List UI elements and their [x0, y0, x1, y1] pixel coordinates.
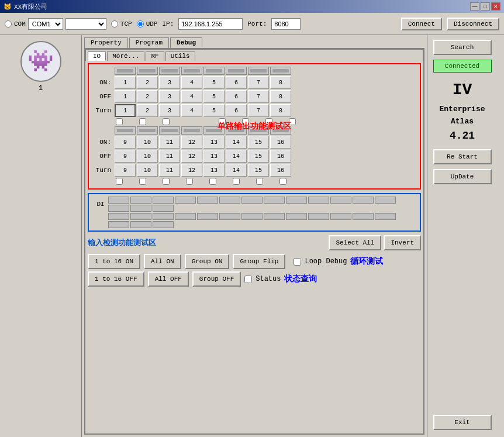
checkbox-16[interactable]	[279, 178, 286, 185]
on-btn-11[interactable]: 11	[159, 136, 180, 149]
checkbox-10[interactable]	[139, 178, 146, 185]
off-btn-16[interactable]: 16	[270, 150, 291, 163]
all-on-button[interactable]: All ON	[144, 254, 181, 269]
on-btn-10[interactable]: 10	[137, 136, 158, 149]
checkbox-3[interactable]	[163, 118, 170, 125]
checkbox-4[interactable]	[219, 118, 226, 125]
disconnect-button[interactable]: Disconnect	[447, 18, 499, 30]
on-btn-6[interactable]: 6	[226, 76, 247, 89]
checkbox-7[interactable]	[289, 118, 296, 125]
off-btn-5[interactable]: 5	[203, 90, 225, 103]
off-btn-11[interactable]: 11	[159, 150, 180, 163]
on-btn-13[interactable]: 13	[203, 136, 225, 149]
checkbox-11[interactable]	[163, 178, 170, 185]
turn-btn-5[interactable]: 5	[203, 104, 225, 117]
turn-btn-11[interactable]: 11	[159, 164, 180, 177]
checkbox-15[interactable]	[256, 178, 263, 185]
checkbox-5[interactable]	[242, 118, 249, 125]
on-btn-2[interactable]: 2	[137, 76, 158, 89]
minimize-button[interactable]: —	[470, 2, 479, 11]
on-btn-15[interactable]: 15	[248, 136, 269, 149]
1to16-on-button[interactable]: 1 to 16 ON	[88, 254, 140, 269]
off-btn-7[interactable]: 7	[248, 90, 269, 103]
com-baud-select[interactable]	[65, 18, 106, 30]
turn-btn-13[interactable]: 13	[203, 164, 225, 177]
off-btn-10[interactable]: 10	[137, 150, 158, 163]
turn-btn-10[interactable]: 10	[137, 164, 158, 177]
udp-radio[interactable]	[137, 20, 144, 27]
tcp-label: TCP	[120, 20, 132, 27]
restart-button[interactable]: Re Start	[433, 149, 492, 164]
off-btn-14[interactable]: 14	[226, 150, 247, 163]
subtab-rf[interactable]: RF	[146, 51, 164, 61]
turn-btn-1[interactable]: 1	[115, 104, 136, 117]
off-btn-1[interactable]: 1	[115, 90, 136, 103]
turn-btn-6[interactable]: 6	[226, 104, 247, 117]
invert-button[interactable]: Invert	[384, 235, 421, 250]
tab-program[interactable]: Program	[129, 37, 169, 48]
com-radio[interactable]	[5, 20, 12, 27]
update-button[interactable]: UpDate	[433, 169, 492, 184]
com-select[interactable]: COM1	[28, 18, 63, 30]
di-ind2-13	[375, 213, 396, 220]
on-btn-9[interactable]: 9	[115, 136, 136, 149]
off-btn-13[interactable]: 13	[203, 150, 225, 163]
off-btn-8[interactable]: 8	[270, 90, 291, 103]
on-btn-8[interactable]: 8	[270, 76, 291, 89]
turn-btn-4[interactable]: 4	[181, 104, 202, 117]
titlebar-controls[interactable]: — □ ✕	[470, 2, 500, 11]
checkbox-2[interactable]	[139, 118, 146, 125]
off-btn-12[interactable]: 12	[181, 150, 202, 163]
on-btn-12[interactable]: 12	[181, 136, 202, 149]
connect-button[interactable]: Connect	[401, 18, 442, 30]
exit-button[interactable]: Exit	[433, 415, 492, 430]
port-input[interactable]	[271, 18, 301, 30]
turn-btn-16[interactable]: 16	[270, 164, 291, 177]
turn-btn-7[interactable]: 7	[248, 104, 269, 117]
loop-debug-checkbox[interactable]	[294, 258, 301, 266]
checkbox-6[interactable]	[265, 118, 272, 125]
tab-property[interactable]: Property	[84, 37, 128, 48]
maximize-button[interactable]: □	[481, 2, 490, 11]
subtab-io[interactable]: IO	[88, 51, 106, 61]
group-flip-button[interactable]: Group Flip	[233, 254, 285, 269]
group-on-button[interactable]: Group ON	[185, 254, 230, 269]
ip-input[interactable]	[178, 18, 243, 30]
on-btn-14[interactable]: 14	[226, 136, 247, 149]
search-button[interactable]: Search	[433, 40, 492, 55]
turn-btn-3[interactable]: 3	[159, 104, 180, 117]
group-off-button[interactable]: Group OFF	[192, 271, 241, 287]
off-btn-15[interactable]: 15	[248, 150, 269, 163]
on-btn-4[interactable]: 4	[181, 76, 202, 89]
off-btn-6[interactable]: 6	[226, 90, 247, 103]
checkbox-1[interactable]	[116, 118, 123, 125]
turn-btn-12[interactable]: 12	[181, 164, 202, 177]
checkbox-9[interactable]	[116, 178, 123, 185]
tab-debug[interactable]: Debug	[170, 37, 202, 48]
1to16-off-button[interactable]: 1 to 16 OFF	[88, 271, 144, 287]
checkbox-13[interactable]	[209, 178, 216, 185]
off-btn-9[interactable]: 9	[115, 150, 136, 163]
off-btn-3[interactable]: 3	[159, 90, 180, 103]
close-button[interactable]: ✕	[491, 2, 500, 11]
tcp-radio[interactable]	[111, 20, 118, 27]
status-checkbox[interactable]	[244, 276, 252, 283]
checkbox-12[interactable]	[186, 178, 193, 185]
turn-btn-15[interactable]: 15	[248, 164, 269, 177]
turn-btn-8[interactable]: 8	[270, 104, 291, 117]
off-btn-4[interactable]: 4	[181, 90, 202, 103]
select-all-button[interactable]: Select All	[329, 235, 381, 250]
turn-btn-2[interactable]: 2	[137, 104, 158, 117]
on-btn-16[interactable]: 16	[270, 136, 291, 149]
on-btn-5[interactable]: 5	[203, 76, 225, 89]
on-btn-1[interactable]: 1	[115, 76, 136, 89]
turn-btn-14[interactable]: 14	[226, 164, 247, 177]
subtab-more[interactable]: More...	[107, 51, 144, 61]
off-btn-2[interactable]: 2	[137, 90, 158, 103]
all-off-button[interactable]: All OFF	[148, 271, 189, 287]
subtab-utils[interactable]: Utils	[165, 51, 195, 61]
on-btn-3[interactable]: 3	[159, 76, 180, 89]
on-btn-7[interactable]: 7	[248, 76, 269, 89]
checkbox-14[interactable]	[233, 178, 240, 185]
turn-btn-9[interactable]: 9	[115, 164, 136, 177]
